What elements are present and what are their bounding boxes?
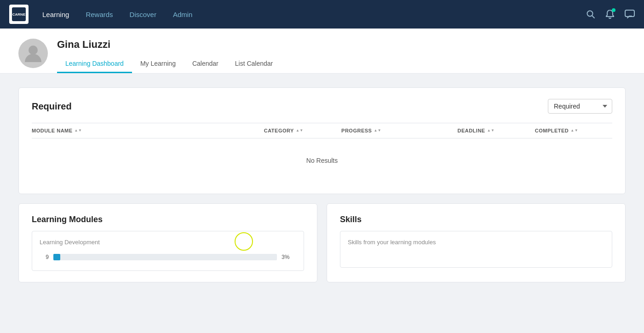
sort-icon-module: ▲▼	[75, 129, 82, 132]
bar-fill	[53, 254, 60, 260]
svg-line-1	[592, 16, 594, 18]
sort-icon-progress: ▲▼	[374, 129, 381, 132]
col-progress[interactable]: PROGRESS ▲▼	[341, 128, 457, 133]
bar-pct-label: 3%	[282, 254, 296, 260]
tab-calendar[interactable]: Calendar	[184, 55, 227, 73]
main-content: Required Required Optional All MODULE NA…	[0, 74, 644, 305]
skills-title: Skills	[340, 215, 612, 224]
skills-card: Skills Skills from your learning modules	[327, 203, 626, 282]
search-button[interactable]	[586, 10, 595, 19]
avatar	[18, 39, 48, 68]
learning-modules-card: Learning Modules Learning Development 9 …	[18, 203, 317, 282]
profile-tabs: Learning Dashboard My Learning Calendar …	[57, 55, 626, 73]
bar-chart-row: 9 3%	[40, 251, 296, 263]
notification-button[interactable]	[605, 9, 615, 19]
svg-point-3	[29, 46, 38, 55]
sort-icon-category: ▲▼	[296, 129, 304, 132]
required-dropdown[interactable]: Required Optional All	[548, 99, 612, 114]
tab-my-learning[interactable]: My Learning	[132, 55, 184, 73]
logo-text: CARNE	[12, 12, 25, 17]
chat-button[interactable]	[625, 10, 635, 19]
nav-icons	[586, 9, 635, 19]
col-completed[interactable]: COMPLETED ▲▼	[535, 128, 612, 133]
col-module-name[interactable]: MODULE NAME ▲▼	[32, 128, 264, 133]
nav-link-rewards[interactable]: Rewards	[86, 11, 113, 18]
required-table: MODULE NAME ▲▼ CATEGORY ▲▼ PROGRESS ▲▼ D…	[32, 123, 612, 183]
col-category[interactable]: CATEGORY ▲▼	[264, 128, 341, 133]
tab-list-calendar[interactable]: List Calendar	[227, 55, 282, 73]
nav-links: Learning Rewards Discover Admin	[42, 11, 586, 18]
profile-header: Gina Liuzzi Learning Dashboard My Learni…	[0, 29, 644, 74]
learning-modules-title: Learning Modules	[32, 215, 304, 224]
notification-dot	[612, 8, 615, 12]
nav-link-learning[interactable]: Learning	[42, 11, 69, 18]
no-results-message: No Results	[32, 138, 612, 183]
svg-rect-2	[625, 10, 634, 17]
sort-icon-deadline: ▲▼	[487, 129, 495, 132]
col-deadline[interactable]: DEADLINE ▲▼	[457, 128, 535, 133]
required-header: Required Required Optional All	[32, 99, 612, 114]
bar-left-label: 9	[40, 254, 49, 260]
navbar: CARNE Learning Rewards Discover Admin	[0, 0, 644, 29]
skills-subsection-label: Skills from your learning modules	[348, 239, 604, 246]
nav-link-discover[interactable]: Discover	[130, 11, 156, 18]
learning-development-label: Learning Development	[40, 239, 296, 246]
logo[interactable]: CARNE	[9, 5, 29, 24]
bottom-grid: Learning Modules Learning Development 9 …	[18, 203, 626, 292]
nav-link-admin[interactable]: Admin	[173, 11, 193, 18]
table-header: MODULE NAME ▲▼ CATEGORY ▲▼ PROGRESS ▲▼ D…	[32, 123, 612, 138]
bar-container	[53, 254, 277, 260]
profile-info: Gina Liuzzi Learning Dashboard My Learni…	[57, 37, 626, 73]
tab-learning-dashboard[interactable]: Learning Dashboard	[57, 55, 132, 73]
required-title: Required	[32, 101, 72, 112]
required-card: Required Required Optional All MODULE NA…	[18, 87, 626, 194]
sort-icon-completed: ▲▼	[570, 129, 578, 132]
profile-name: Gina Liuzzi	[57, 39, 626, 51]
